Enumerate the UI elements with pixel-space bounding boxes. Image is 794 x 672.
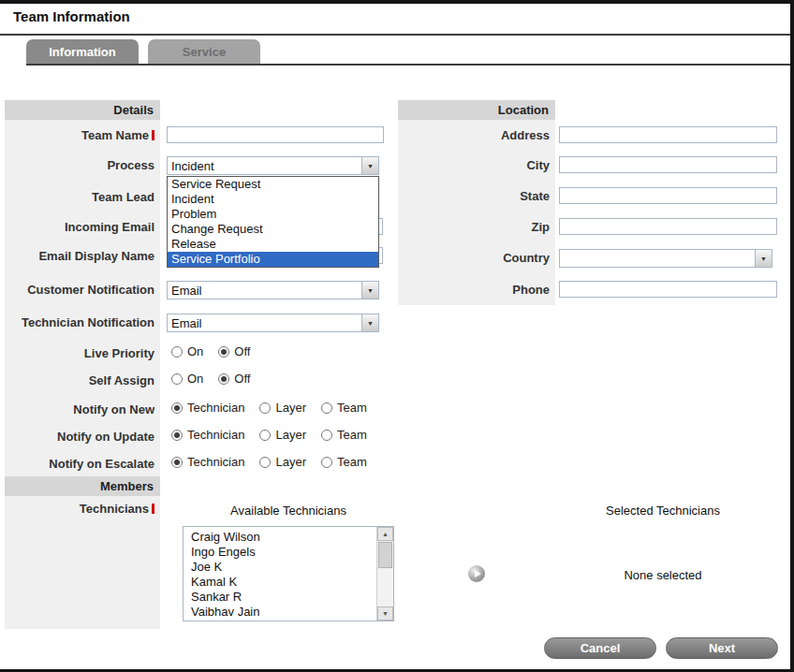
technician-list-item[interactable]: Craig Wilson	[184, 530, 376, 545]
members-header-label: Members	[100, 479, 154, 493]
state-label: State	[398, 189, 550, 204]
self-assign-on-radio[interactable]	[171, 373, 183, 385]
selected-technicians-header: Selected Technicians	[562, 504, 764, 518]
required-marker	[152, 130, 154, 140]
notify-on-new-option-team: Team	[321, 401, 367, 415]
notify-on-update-option-technician: Technician	[171, 428, 244, 442]
technician-notification-label: Technician Notification	[5, 315, 154, 330]
phone-input[interactable]	[559, 281, 777, 298]
notify-on-escalate-technician-label: Technician	[187, 455, 244, 469]
incoming-email-label: Incoming Email	[5, 220, 154, 235]
scrollbar-thumb[interactable]	[378, 542, 392, 568]
team-name-input[interactable]	[167, 126, 384, 143]
notify-on-update-label: Notify on Update	[5, 430, 154, 445]
live-priority-radio-group: On Off	[171, 344, 265, 358]
live-priority-off-radio[interactable]	[218, 346, 229, 358]
technician-list-item[interactable]: Kamal K	[184, 575, 376, 590]
notify-on-escalate-option-layer: Layer	[259, 455, 306, 469]
address-input[interactable]	[559, 126, 777, 143]
notify-on-update-layer-radio[interactable]	[259, 430, 271, 441]
self-assign-on-label: On	[187, 372, 203, 386]
email-display-name-label: Email Display Name	[5, 249, 154, 264]
team-name-label: Team Name	[5, 128, 154, 143]
city-input[interactable]	[559, 156, 777, 173]
notify-on-escalate-team-radio[interactable]	[321, 457, 332, 468]
window-right-border	[790, 0, 794, 672]
location-label-column	[398, 120, 555, 305]
tabs-divider	[26, 64, 790, 66]
notify-on-escalate-label: Notify on Escalate	[5, 457, 154, 472]
process-option-service-portfolio[interactable]: Service Portfolio	[168, 252, 378, 267]
customer-notification-value: Email	[168, 284, 361, 298]
notify-on-new-option-technician: Technician	[171, 401, 244, 415]
process-option-release[interactable]: Release	[168, 237, 378, 252]
technician-list-item[interactable]: Joe K	[184, 560, 376, 575]
notify-on-new-layer-label: Layer	[275, 401, 306, 415]
tab-information-label: Information	[49, 45, 116, 59]
members-section-header: Members	[5, 476, 160, 496]
page-title: Team Information	[13, 8, 130, 24]
state-input[interactable]	[559, 187, 777, 204]
notify-on-update-team-radio[interactable]	[321, 430, 332, 441]
details-section-header: Details	[5, 100, 160, 120]
country-dropdown-arrow-icon[interactable]: ▼	[755, 250, 772, 267]
notify-on-new-label: Notify on New	[5, 402, 154, 417]
notify-on-new-layer-radio[interactable]	[259, 402, 271, 414]
scrollbar-up-icon[interactable]: ▲	[377, 527, 393, 541]
tab-service-label: Service	[183, 45, 226, 59]
details-header-label: Details	[113, 103, 154, 117]
tab-service[interactable]: Service	[148, 39, 260, 64]
process-dropdown-list: Service Request Incident Problem Change …	[167, 176, 379, 268]
required-marker	[152, 504, 154, 514]
notify-on-update-option-team: Team	[321, 428, 367, 442]
process-option-service-request[interactable]: Service Request	[168, 177, 378, 192]
technician-list-item[interactable]: Ingo Engels	[184, 545, 376, 560]
notify-on-escalate-team-label: Team	[337, 455, 367, 469]
cancel-button[interactable]: Cancel	[544, 637, 656, 659]
notify-on-escalate-radio-group: Technician Layer Team	[171, 455, 382, 469]
notify-on-new-technician-radio[interactable]	[171, 402, 183, 414]
move-right-button[interactable]	[468, 565, 485, 582]
notify-on-escalate-option-technician: Technician	[171, 455, 244, 469]
zip-label: Zip	[398, 220, 550, 235]
notify-on-new-technician-label: Technician	[187, 401, 244, 415]
process-dropdown-arrow-icon[interactable]: ▼	[361, 157, 378, 174]
notify-on-new-team-radio[interactable]	[321, 402, 332, 414]
customer-notification-dropdown-arrow-icon[interactable]: ▼	[361, 282, 378, 299]
next-button[interactable]: Next	[666, 637, 778, 659]
self-assign-radio-group: On Off	[171, 372, 265, 386]
notify-on-update-option-layer: Layer	[259, 428, 306, 442]
location-header-label: Location	[498, 103, 549, 117]
self-assign-option-off: Off	[218, 372, 250, 386]
customer-notification-label: Customer Notification	[5, 283, 154, 298]
technician-notification-dropdown-arrow-icon[interactable]: ▼	[361, 314, 378, 331]
team-information-window: Team Information Information Service Det…	[0, 0, 794, 672]
live-priority-on-radio[interactable]	[171, 346, 183, 358]
process-select[interactable]: Incident ▼	[167, 156, 379, 175]
technician-notification-select[interactable]: Email ▼	[167, 314, 379, 332]
notify-on-escalate-technician-radio[interactable]	[171, 457, 183, 468]
notify-on-update-technician-radio[interactable]	[171, 430, 183, 441]
zip-input[interactable]	[559, 218, 777, 235]
list-scrollbar[interactable]: ▲ ▼	[376, 527, 393, 621]
country-select[interactable]: ▼	[559, 249, 772, 268]
customer-notification-select[interactable]: Email ▼	[167, 281, 379, 299]
process-option-incident[interactable]: Incident	[168, 192, 378, 207]
technician-list-item[interactable]: Sankar R	[184, 590, 376, 605]
notify-on-update-team-label: Team	[337, 428, 367, 442]
process-option-change-request[interactable]: Change Request	[168, 222, 378, 237]
country-label: Country	[398, 251, 550, 266]
self-assign-off-label: Off	[234, 372, 250, 386]
play-right-icon	[475, 570, 481, 577]
live-priority-option-off: Off	[218, 344, 250, 358]
notify-on-update-radio-group: Technician Layer Team	[171, 428, 382, 442]
technicians-label: Technicians	[5, 502, 154, 517]
technician-list-item[interactable]: Vaibhav Jain	[184, 605, 376, 620]
tab-information[interactable]: Information	[26, 39, 139, 64]
notify-on-escalate-option-team: Team	[321, 455, 367, 469]
live-priority-on-label: On	[187, 344, 203, 358]
self-assign-off-radio[interactable]	[218, 373, 229, 385]
notify-on-escalate-layer-radio[interactable]	[259, 457, 271, 468]
process-option-problem[interactable]: Problem	[168, 207, 378, 222]
scrollbar-down-icon[interactable]: ▼	[377, 606, 393, 621]
